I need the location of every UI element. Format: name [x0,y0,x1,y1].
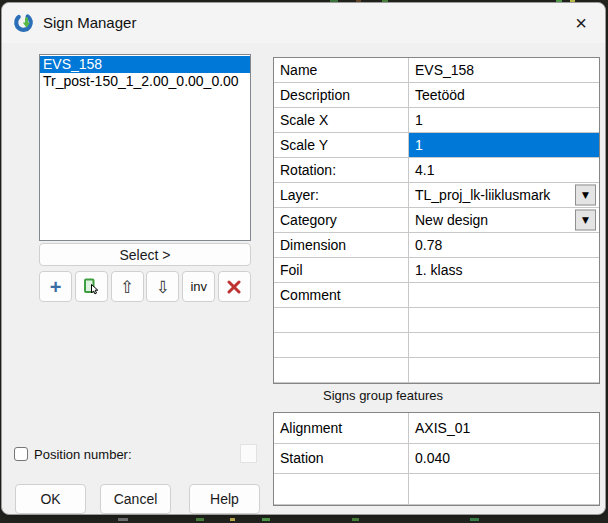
property-value[interactable]: 1 [409,108,599,133]
background-artifact [118,518,128,521]
property-value-selected[interactable]: 1 [409,133,599,158]
delete-sign-button[interactable] [218,271,251,302]
help-button[interactable]: Help [189,484,260,514]
position-number-checkbox[interactable] [14,447,28,461]
pick-from-drawing-button[interactable] [75,271,108,302]
window-title: Sign Manager [43,3,136,43]
property-label [274,358,409,383]
select-button[interactable]: Select > [39,243,251,266]
layer-value: TL_proj_lk-liiklusmark [415,187,550,203]
property-label: Foil [274,258,409,283]
property-label [274,333,409,358]
property-label: Name [274,58,409,83]
signs-group-features-table: Alignment AXIS_01 Station 0.040 [273,412,600,506]
list-toolbar: + ⇧ ⇩ inv [39,271,251,302]
category-value: New design [415,212,488,228]
property-value[interactable]: 1. klass [409,258,599,283]
property-label: Scale X [274,108,409,133]
background-artifact [470,518,479,521]
arrow-down-icon: ⇩ [156,277,170,297]
sign-list: EVS_158 Tr_post-150_1_2.00_0.00_0.00 [39,54,251,241]
group-feature-label: Alignment [274,413,409,444]
background-artifact [352,518,359,521]
list-item[interactable]: EVS_158 [40,56,250,73]
close-icon: × [575,12,587,35]
property-value[interactable] [409,358,599,383]
pick-cursor-icon [83,278,100,295]
cancel-button[interactable]: Cancel [100,484,171,514]
move-down-button[interactable]: ⇩ [146,271,179,302]
app-logo-icon [13,12,34,33]
property-label: Category [274,208,409,233]
property-label: Rotation: [274,158,409,183]
invert-label: inv [190,279,207,294]
plus-icon: + [50,277,62,297]
property-value[interactable]: Teetööd [409,83,599,108]
signs-group-features-title: Signs group features [323,388,443,403]
title-bar[interactable]: Sign Manager × [2,3,605,43]
group-feature-value[interactable]: 0.040 [409,444,599,475]
layer-dropdown-button[interactable]: ▼ [575,185,596,206]
background-artifact [230,518,235,521]
property-value[interactable] [409,333,599,358]
sign-manager-dialog: Sign Manager × EVS_158 Tr_post-150_1_2.0… [1,2,606,515]
property-label [274,308,409,333]
list-item[interactable]: Tr_post-150_1_2.00_0.00_0.00 [40,73,250,90]
property-value[interactable] [409,308,599,333]
property-label: Dimension [274,233,409,258]
property-label: Description [274,83,409,108]
chevron-down-icon: ▼ [582,191,589,200]
group-feature-label: Station [274,444,409,475]
background-artifact [196,518,204,521]
property-value[interactable]: 0.78 [409,233,599,258]
property-value[interactable]: EVS_158 [409,58,599,83]
delete-x-icon [227,280,241,294]
property-label: Scale Y [274,133,409,158]
arrow-up-icon: ⇧ [120,277,134,297]
ok-button[interactable]: OK [15,484,86,514]
group-feature-label [274,474,409,505]
group-feature-value[interactable] [409,474,599,505]
property-value[interactable]: New design ▼ [409,208,599,233]
category-dropdown-button[interactable]: ▼ [575,210,596,231]
property-label: Layer: [274,183,409,208]
position-number-field[interactable] [240,444,257,463]
group-feature-value[interactable]: AXIS_01 [409,413,599,444]
property-value[interactable] [409,283,599,308]
position-number-label: Position number: [34,447,132,462]
add-sign-button[interactable]: + [39,271,72,302]
sign-properties-table: Name EVS_158 Description Teetööd Scale X… [273,57,600,384]
chevron-down-icon: ▼ [582,216,589,225]
property-value[interactable]: TL_proj_lk-liiklusmark ▼ [409,183,599,208]
close-button[interactable]: × [565,8,597,38]
background-artifact [262,518,270,521]
invert-selection-button[interactable]: inv [182,271,215,302]
property-label: Comment [274,283,409,308]
move-up-button[interactable]: ⇧ [111,271,144,302]
property-value[interactable]: 4.1 [409,158,599,183]
